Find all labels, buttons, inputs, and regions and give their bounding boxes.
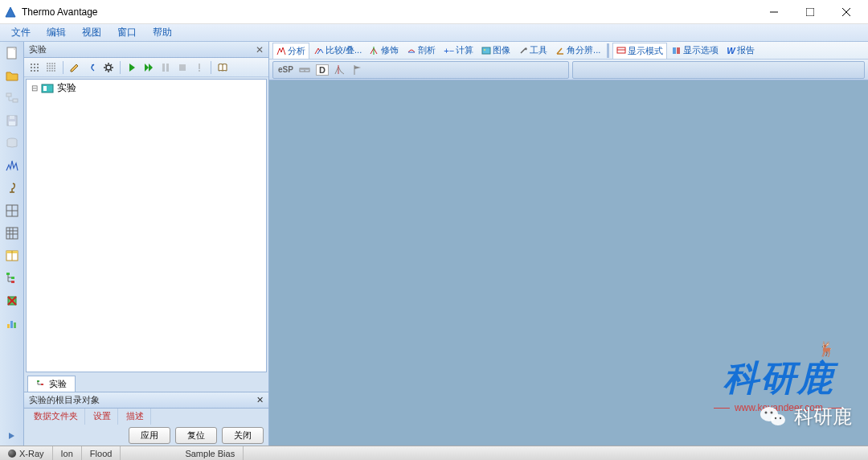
svg-point-52 [47,70,48,72]
svg-point-49 [49,68,51,69]
tab-angle[interactable]: 角分辨... [552,43,604,58]
alert-icon[interactable] [192,60,207,75]
tree-expander-icon[interactable]: ⊟ [31,84,41,92]
root-tab-settings[interactable]: 设置 [87,409,118,425]
app-icon [4,6,17,18]
microscope-button[interactable] [2,179,22,198]
svg-point-47 [54,65,55,67]
new-file-button[interactable] [2,43,22,63]
wechat-badge: 科研鹿 [759,402,852,431]
spectrum-button[interactable] [2,156,22,175]
arrow-left-icon[interactable] [84,60,99,75]
tab-tree-icon [36,380,46,389]
tab-display-mode[interactable]: 显示模式 [612,43,667,59]
grid2-button[interactable] [2,224,22,243]
svg-point-92 [771,414,785,425]
tree-button[interactable] [2,269,22,288]
svg-rect-67 [179,64,186,71]
antlers-icon: 🦌 [817,340,836,358]
database-button[interactable] [2,133,22,153]
tab-profile[interactable]: 剖析 [403,43,439,58]
gear-icon[interactable] [101,60,116,75]
svg-rect-28 [7,324,10,328]
pause-icon[interactable] [158,60,173,75]
experiment-toolbar [24,58,268,77]
book-icon[interactable] [215,60,230,75]
play-icon[interactable] [125,60,139,75]
tab-decorate[interactable]: 修饰 [366,43,402,58]
root-properties-title: 实验的根目录对象 [29,394,100,406]
svg-point-51 [54,68,55,69]
close-dialog-button[interactable]: 关闭 [222,427,264,444]
svg-point-55 [54,70,55,72]
window-controls [755,0,864,24]
esp-label[interactable]: eSP [278,65,293,74]
svg-rect-68 [199,64,200,69]
svg-rect-24 [11,281,14,283]
menu-help[interactable]: 帮助 [145,24,180,41]
tree-root-item[interactable]: ⊟ 实验 [27,80,266,97]
tab-image[interactable]: 图像 [478,43,514,58]
folder-tree-button[interactable] [2,88,22,108]
pencil-icon[interactable] [68,60,82,75]
svg-point-93 [765,412,768,414]
svg-rect-81 [673,47,676,54]
table-button[interactable] [2,246,22,265]
svg-point-43 [54,63,55,64]
menu-window[interactable]: 窗口 [109,24,145,41]
svg-point-96 [780,417,781,419]
svg-rect-65 [162,64,165,72]
app-title: Thermo Avantage [22,6,755,18]
apply-button[interactable]: 应用 [129,427,170,444]
grid-dense-icon[interactable] [44,60,59,75]
status-bar: X-Ray Ion Flood Sample Bias [0,446,868,460]
expand-button[interactable] [2,426,22,446]
tab-display-options[interactable]: 显示选项 [669,43,722,58]
watermark-text: 科研鹿 [723,358,834,397]
tab-analyze[interactable]: 分析 [272,43,309,59]
svg-point-31 [31,64,32,65]
play-fast-icon[interactable] [141,60,156,75]
svg-point-94 [771,412,773,414]
main-canvas[interactable]: 🦌 科研鹿 www.keyandeer.com 科研鹿 [269,80,868,446]
close-button[interactable] [828,0,864,24]
grid-sparse-icon[interactable] [27,60,42,75]
flag-icon[interactable] [351,64,364,76]
peak-icon[interactable] [334,64,346,76]
menu-view[interactable]: 视图 [74,24,109,41]
menu-edit[interactable]: 编辑 [39,24,74,41]
save-button[interactable] [2,111,22,130]
tab-tools[interactable]: 工具 [515,43,551,58]
svg-point-37 [31,70,32,72]
chart-button[interactable] [2,314,22,333]
menu-file[interactable]: 文件 [3,24,39,41]
experiment-tree[interactable]: ⊟ 实验 [26,79,267,372]
open-folder-button[interactable] [2,66,22,85]
ruler-icon[interactable] [298,64,311,76]
tab-calculate[interactable]: +−计算 [440,43,477,58]
tree-root-label: 实验 [57,81,76,95]
root-tab-data-files[interactable]: 数据文件夹 [27,409,85,425]
svg-point-95 [775,417,776,419]
stop-icon[interactable] [175,60,190,75]
svg-rect-1 [806,8,814,16]
experiment-tab[interactable]: 实验 [27,376,76,392]
svg-rect-23 [11,277,14,279]
maximize-button[interactable] [792,0,828,24]
delete-button[interactable] [2,291,22,310]
reset-button[interactable]: 复位 [175,427,217,444]
root-close-icon[interactable]: ✕ [256,395,264,405]
root-tab-description[interactable]: 描述 [120,409,151,425]
d-label[interactable]: D [316,64,329,76]
svg-rect-73 [37,380,39,382]
svg-rect-14 [6,228,18,239]
svg-line-62 [111,69,113,71]
tab-report[interactable]: W报告 [723,43,757,58]
experiment-panel: 实验 ✕ ⊟ 实验 [24,42,269,446]
svg-rect-66 [166,64,169,72]
panel-close-icon[interactable]: ✕ [256,44,264,55]
grid1-button[interactable] [2,201,22,220]
wechat-text: 科研鹿 [794,404,852,429]
minimize-button[interactable] [755,0,792,24]
tab-compare[interactable]: 比较/叠... [311,43,365,58]
